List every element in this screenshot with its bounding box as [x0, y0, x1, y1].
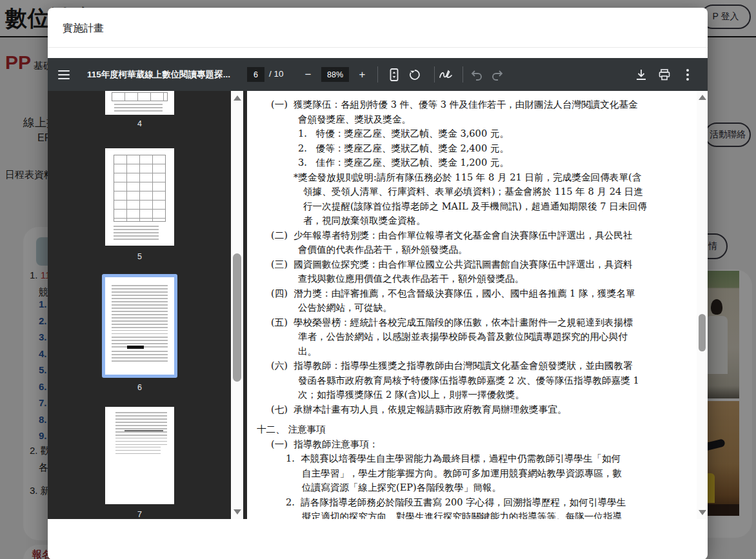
more-options-icon[interactable] — [679, 66, 695, 83]
pdf-page: (一) 獲獎隊伍：各組別特優 3 件、優等 3 件及佳作若干，由財團法人台灣閱讀… — [247, 91, 697, 519]
sidebar-scrollbar-thumb[interactable] — [233, 253, 241, 382]
thumbnail-sidebar: 4 5 6 — [48, 91, 247, 519]
page-total-label: / 10 — [269, 69, 284, 79]
document-text: (一) 獲獎隊伍：各組別特優 3 件、優等 3 件及佳作若干，由財團法人台灣閱讀… — [247, 97, 697, 519]
document-line: 會價值的代表作品若干，額外頒發獎品。 — [247, 242, 697, 257]
modal-header: 實施計畫 — [48, 8, 708, 48]
thumbnail-page-6 — [105, 277, 174, 375]
document-line: (四) 潛力獎：由評審推薦，不包含晉級決賽隊伍，國小、國中組各推薦 1 隊，獲獎… — [247, 286, 697, 301]
document-line: 出。 — [247, 344, 697, 359]
document-line: *獎金發放規則說明:請所有隊伍務必於 115 年 8 月 21 日前，完成獎金回… — [247, 170, 697, 185]
document-line: 擬定適切的探究方向、對學生進行探究時關鍵能力的指導等等。每隊一位指導 — [247, 509, 697, 519]
pdf-toolbar: 115年度柯華葳線上數位閱讀專題探... / 10 − 88% + — [48, 58, 708, 91]
main-scrollbar[interactable] — [697, 91, 708, 519]
pdf-viewer-body: 4 5 6 — [48, 91, 708, 519]
document-line: 領據、受領人清單、行庫資料、表單必填資料)；基金會將於 115 年 8 月 24… — [247, 184, 697, 199]
thumbnail-label-7: 7 — [105, 510, 174, 519]
thumbnail-page-7[interactable] — [105, 407, 174, 504]
menu-icon[interactable] — [55, 66, 72, 83]
document-line: 準者，公告於網站，以感謝並表揚學校師長為普及數位閱讀專題探究的用心與付 — [247, 329, 697, 344]
pdf-document-title: 115年度柯華葳線上數位閱讀專題探... — [87, 69, 230, 81]
sidebar-scroll-down-icon[interactable] — [234, 509, 241, 515]
document-line: 1. 特優：獎座乙座、獎狀乙幀、獎金 3,600 元。 — [247, 126, 697, 141]
implementation-plan-modal: 實施計畫 115年度柯華葳線上數位閱讀專題探... / 10 − 88% + — [48, 8, 708, 559]
thumbnail-page-4[interactable] — [105, 91, 174, 115]
thumbnail-label-5: 5 — [105, 252, 174, 261]
zoom-out-button[interactable]: − — [300, 66, 316, 83]
sidebar-scrollbar[interactable] — [231, 91, 243, 519]
document-line: (七) 承辦本計畫有功人員，依規定報請縣市政府教育局辦理敘獎事宜。 — [247, 402, 697, 417]
zoom-in-button[interactable]: + — [354, 66, 370, 83]
thumbnail-page-6-selected[interactable] — [102, 274, 177, 378]
document-line: 2. 優等：獎座乙座、獎狀乙幀、獎金 2,400 元。 — [247, 141, 697, 156]
document-line: (一) 指導教師注意事項： — [247, 437, 697, 452]
undo-icon — [468, 66, 484, 83]
document-line: 者，視同放棄領取獎金資格。 — [247, 213, 697, 228]
download-icon[interactable] — [633, 66, 649, 83]
document-line: 自主學習」，學生才能掌握方向。教師可多加運用競賽網站教學資源專區，數 — [247, 466, 697, 481]
redo-icon — [489, 66, 505, 83]
toolbar-divider-2 — [434, 66, 435, 83]
zoom-level-box[interactable]: 88% — [321, 67, 349, 82]
document-line: 次；如指導獲獎隊伍 2 隊(含)以上，則擇一擇優敘獎。 — [247, 387, 697, 402]
main-scroll-down-icon[interactable] — [699, 510, 706, 515]
document-line: (一) 獲獎隊伍：各組別特優 3 件、優等 3 件及佳作若干，由財團法人台灣閱讀… — [247, 97, 697, 112]
document-line: 會頒發獎座、獎狀及獎金。 — [247, 112, 697, 127]
modal-title: 實施計畫 — [63, 22, 104, 35]
document-line: (二) 少年報導者特別獎：由合作單位報導者文化基金會自決賽隊伍中評選出，具公民社 — [247, 228, 697, 243]
pdf-page-area: (一) 獲獎隊伍：各組別特優 3 件、優等 3 件及佳作若干，由財團法人台灣閱讀… — [247, 91, 708, 519]
main-scroll-up-icon[interactable] — [699, 95, 706, 100]
document-line: 發函各縣市政府教育局核予特優隊伍指導教師嘉獎 2 次、優等隊伍指導教師嘉獎 1 — [247, 373, 697, 388]
document-line: 公告於網站，可從缺。 — [247, 300, 697, 315]
thumbnail-label-4: 4 — [105, 119, 174, 128]
document-line: (三) 國資圖數位探究獎：由合作單位國立公共資訊圖書館自決賽隊伍中評選出，具資料 — [247, 257, 697, 272]
document-line: 位讀寫資源「線上探究(EP)各階段教學」簡報。 — [247, 480, 697, 495]
fit-page-icon[interactable] — [386, 66, 402, 83]
rotate-icon[interactable] — [406, 66, 423, 83]
zoom-out-glyph: − — [305, 68, 312, 81]
page-number-input[interactable] — [247, 67, 264, 82]
thumbnail-label-6: 6 — [105, 383, 174, 392]
thumbnail-page-5[interactable] — [105, 148, 174, 246]
zoom-in-glyph: + — [359, 68, 366, 81]
annotate-icon[interactable] — [437, 66, 453, 83]
toolbar-divider-1 — [377, 66, 378, 83]
document-line: (五) 學校榮譽榜：經統計各校完成五階段的隊伍數，依本計畫附件一之規範達到表揚標 — [247, 315, 697, 330]
toolbar-divider-3 — [463, 66, 463, 83]
document-line: 十二、 注意事項 — [247, 422, 697, 437]
document-line: 2. 請各隊指導老師務必於階段五書寫 200 字心得，回溯指導歷程，如何引導學生 — [247, 495, 697, 510]
document-line: 行一次提醒(該隊首位指導老師之 MAIL 及手機簡訊)，超過通知期限後 7 日未… — [247, 199, 697, 214]
main-scrollbar-thumb[interactable] — [699, 314, 706, 351]
document-line: 1. 本競賽以培養學生自主學習能力為最終目標，過程中仍需教師引導學生「如何 — [247, 451, 697, 466]
print-icon[interactable] — [656, 66, 672, 83]
document-line: (六) 指導教師：指導學生獲獎之指導教師由台灣閱讀文化基金會頒發獎狀，並由國教署 — [247, 358, 697, 373]
sidebar-scroll-up-icon[interactable] — [234, 95, 241, 101]
screen: 數位讀寫網 P 登入 PP基礎 線上探究 EP,Exp 日程表資料 1. 115… — [0, 0, 756, 559]
document-line: 3. 佳作：獎座乙座、獎狀乙幀、獎金 1,200 元。 — [247, 155, 697, 170]
document-line: 查找與數位應用價值之代表作品若干，額外頒發獎品。 — [247, 271, 697, 286]
